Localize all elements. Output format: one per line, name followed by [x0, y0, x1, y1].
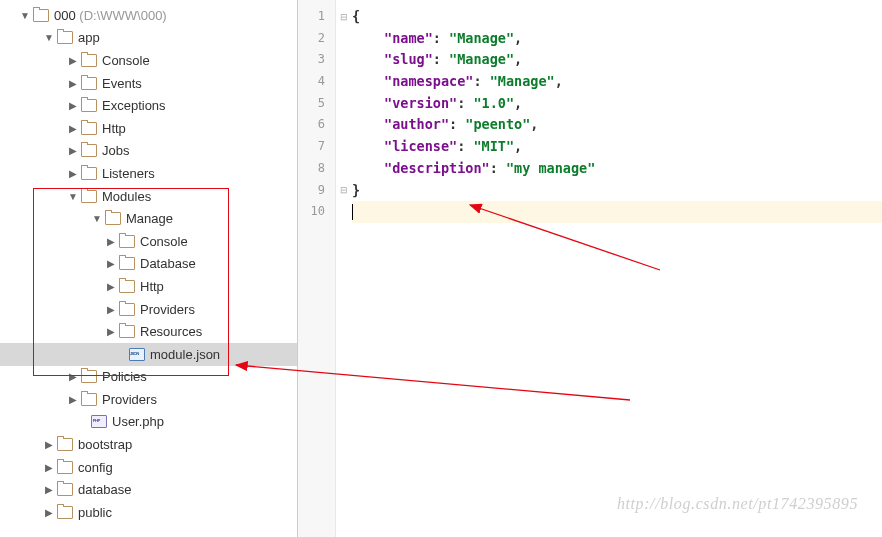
code-line: "namespace": "Manage",	[352, 71, 882, 93]
folder-icon	[81, 77, 97, 90]
chevron-right-icon: ▶	[44, 462, 54, 473]
tree-bootstrap[interactable]: ▶bootstrap	[0, 433, 297, 456]
tree-label: Http	[140, 279, 164, 294]
code-area[interactable]: { "name": "Manage", "slug": "Manage", "n…	[352, 0, 882, 537]
tree-label: database	[78, 482, 132, 497]
chevron-right-icon: ▶	[68, 78, 78, 89]
code-line: "license": "MIT",	[352, 136, 882, 158]
tree-config[interactable]: ▶config	[0, 456, 297, 479]
tree-label: Database	[140, 256, 196, 271]
folder-icon	[119, 325, 135, 338]
line-number: 1	[298, 6, 335, 28]
folder-icon	[81, 99, 97, 112]
chevron-right-icon: ▶	[44, 439, 54, 450]
folder-icon	[33, 9, 49, 22]
chevron-right-icon: ▶	[68, 123, 78, 134]
tree-label: Events	[102, 76, 142, 91]
project-tree: ▼ 000 (D:\WWW\000) ▼ app ▶Console ▶Event…	[0, 0, 297, 537]
tree-policies[interactable]: ▶Policies	[0, 366, 297, 389]
folder-icon	[81, 144, 97, 157]
line-gutter: 1 2 3 4 5 6 7 8 9 10	[298, 0, 336, 537]
tree-console[interactable]: ▶Console	[0, 49, 297, 72]
chevron-right-icon: ▶	[106, 304, 116, 315]
tree-label: Modules	[102, 189, 151, 204]
code-line: "name": "Manage",	[352, 28, 882, 50]
chevron-down-icon: ▼	[68, 191, 78, 202]
chevron-right-icon: ▶	[44, 507, 54, 518]
folder-icon	[81, 167, 97, 180]
json-file-icon	[129, 348, 145, 361]
fold-close-icon[interactable]: ⊟	[336, 180, 352, 202]
folder-icon	[57, 438, 73, 451]
folder-icon	[119, 303, 135, 316]
chevron-down-icon: ▼	[92, 213, 102, 224]
line-number: 6	[298, 114, 335, 136]
line-number: 8	[298, 158, 335, 180]
tree-label: config	[78, 460, 113, 475]
tree-m-resources[interactable]: ▶Resources	[0, 320, 297, 343]
fold-open-icon[interactable]: ⊟	[336, 6, 352, 28]
code-line: }	[352, 180, 882, 202]
tree-label: Exceptions	[102, 98, 166, 113]
code-line: "author": "peento",	[352, 114, 882, 136]
chevron-right-icon: ▶	[68, 145, 78, 156]
tree-listeners[interactable]: ▶Listeners	[0, 162, 297, 185]
chevron-right-icon: ▶	[68, 394, 78, 405]
tree-database[interactable]: ▶database	[0, 478, 297, 501]
code-line-active	[352, 201, 882, 223]
tree-m-console[interactable]: ▶Console	[0, 230, 297, 253]
tree-label: Providers	[102, 392, 157, 407]
chevron-right-icon: ▶	[106, 236, 116, 247]
line-number: 10	[298, 201, 335, 223]
chevron-down-icon: ▼	[44, 32, 54, 43]
folder-icon	[57, 31, 73, 44]
tree-userphp[interactable]: ▶User.php	[0, 411, 297, 434]
chevron-right-icon: ▶	[68, 55, 78, 66]
folder-icon	[81, 393, 97, 406]
tree-label: Console	[140, 234, 188, 249]
tree-label: Manage	[126, 211, 173, 226]
folder-icon	[57, 461, 73, 474]
folder-icon	[119, 235, 135, 248]
code-line: "slug": "Manage",	[352, 49, 882, 71]
line-number: 2	[298, 28, 335, 50]
folder-icon	[81, 370, 97, 383]
chevron-right-icon: ▶	[106, 281, 116, 292]
tree-label: app	[78, 30, 100, 45]
tree-label: Providers	[140, 302, 195, 317]
folder-icon	[81, 54, 97, 67]
tree-label: Console	[102, 53, 150, 68]
code-line: {	[352, 6, 882, 28]
tree-public[interactable]: ▶public	[0, 501, 297, 524]
tree-modules[interactable]: ▼Modules	[0, 185, 297, 208]
tree-providers[interactable]: ▶Providers	[0, 388, 297, 411]
line-number: 4	[298, 71, 335, 93]
tree-events[interactable]: ▶Events	[0, 72, 297, 95]
folder-icon	[119, 280, 135, 293]
tree-exceptions[interactable]: ▶Exceptions	[0, 94, 297, 117]
chevron-down-icon: ▼	[20, 10, 30, 21]
tree-label: Http	[102, 121, 126, 136]
tree-label: public	[78, 505, 112, 520]
tree-label: bootstrap	[78, 437, 132, 452]
tree-label: Jobs	[102, 143, 129, 158]
tree-m-http[interactable]: ▶Http	[0, 275, 297, 298]
tree-root[interactable]: ▼ 000 (D:\WWW\000)	[0, 4, 297, 27]
tree-m-providers[interactable]: ▶Providers	[0, 298, 297, 321]
tree-http[interactable]: ▶Http	[0, 117, 297, 140]
line-number: 7	[298, 136, 335, 158]
watermark: http://blog.csdn.net/pt1742395895	[617, 495, 858, 513]
tree-label: module.json	[150, 347, 220, 362]
tree-m-database[interactable]: ▶Database	[0, 253, 297, 276]
tree-manage[interactable]: ▼Manage	[0, 207, 297, 230]
line-number: 5	[298, 93, 335, 115]
tree-app[interactable]: ▼ app	[0, 27, 297, 50]
text-caret	[352, 204, 353, 220]
tree-jobs[interactable]: ▶Jobs	[0, 140, 297, 163]
tree-label: 000	[54, 8, 76, 23]
code-editor[interactable]: 1 2 3 4 5 6 7 8 9 10 ⊟ ⊟ { "name": "Mana…	[298, 0, 882, 537]
tree-modulejson[interactable]: ▶module.json	[0, 343, 297, 366]
tree-label: Resources	[140, 324, 202, 339]
folder-icon	[119, 257, 135, 270]
chevron-right-icon: ▶	[44, 484, 54, 495]
